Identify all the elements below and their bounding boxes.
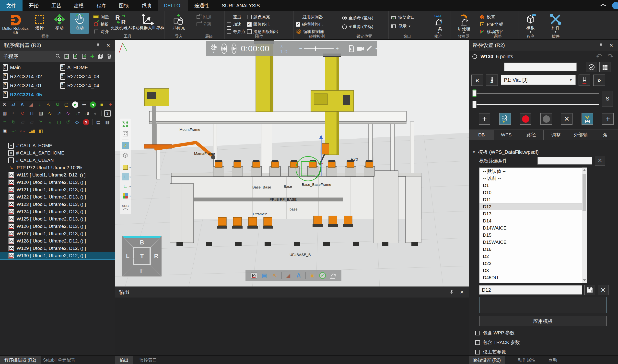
tab-db[interactable]: DB xyxy=(469,130,494,140)
delete-point-button[interactable]: ✕ xyxy=(561,113,573,125)
template-item-selected[interactable]: D12 xyxy=(480,203,582,210)
delete-template-button[interactable]: ✕ xyxy=(598,285,608,295)
world-axis-icon[interactable]: ∟▼ xyxy=(122,182,129,190)
jump-torch-button[interactable] xyxy=(486,75,498,86)
template-item[interactable]: D16 xyxy=(480,246,582,253)
jog-button[interactable]: 点动 xyxy=(70,13,89,34)
torch-to-point-button[interactable] xyxy=(579,75,590,86)
copy-program-icon[interactable] xyxy=(98,53,103,59)
menu-help[interactable]: 帮助 xyxy=(135,0,158,11)
robot-icon[interactable] xyxy=(329,272,337,279)
template-name-input[interactable] xyxy=(479,285,582,295)
undo-icon[interactable]: ↶ xyxy=(596,52,602,61)
template-list[interactable]: -- 默认值 -- -- 以前 -- D1 D10 D11 D12 D13 D1… xyxy=(479,168,582,283)
path-icon[interactable]: ∿ xyxy=(45,102,52,108)
playback-settings-button[interactable]: ▼ xyxy=(210,44,217,53)
statement-row[interactable]: W124 [ Utool1, Uframe2, D13, () ] xyxy=(0,208,115,215)
frame-axis-icon[interactable]: ∟▼ xyxy=(122,173,129,181)
play-button[interactable] xyxy=(232,43,236,54)
pin-icon[interactable] xyxy=(96,43,100,47)
add-point-start-button[interactable]: + xyxy=(479,113,490,125)
collision-ok-icon[interactable]: ✓ xyxy=(319,272,327,279)
program-main[interactable]: MMain xyxy=(3,64,21,71)
viewport-scene[interactable]: MountFrame MamaFrame Base_Base Base Base… xyxy=(115,40,469,286)
frame-box-icon[interactable]: ▣ xyxy=(308,272,316,279)
redo-icon[interactable]: ↷ xyxy=(607,52,614,61)
wireframe-cube-icon[interactable] xyxy=(122,152,129,159)
frame-select-icon[interactable]: ▣ xyxy=(261,272,268,279)
viewport-3d[interactable]: MountFrame MamaFrame Base_Base Base Base… xyxy=(115,40,469,286)
zoom-fit-icon[interactable] xyxy=(122,120,129,128)
stop-on-collision-checkbox[interactable]: ✓碰撞时停止 xyxy=(296,21,324,27)
statistics-icon[interactable]: ▂▅▇ xyxy=(29,128,35,134)
menu-modeling[interactable]: 建模 xyxy=(68,0,90,11)
record-disabled-button[interactable] xyxy=(540,113,552,125)
export-subprogram-icon[interactable]: S xyxy=(104,110,111,117)
paste-check-icon[interactable] xyxy=(64,53,69,59)
scrollbar-thumb[interactable] xyxy=(582,174,586,211)
multi-point-icon[interactable]: ∿ xyxy=(65,110,71,117)
template-button[interactable]: 模板 ▼ xyxy=(521,13,540,34)
close-icon[interactable]: × xyxy=(460,290,464,295)
solid-cube-icon[interactable]: ▼ xyxy=(122,164,129,171)
program-r2zc3214-03[interactable]: SR2ZC3214_03 xyxy=(60,73,99,80)
insert-point-icon[interactable]: ↓ xyxy=(37,102,43,108)
to-world-radio[interactable]: 至世界 (坐标) xyxy=(342,24,373,30)
copy-right-icon[interactable]: ▱ xyxy=(29,119,35,125)
confirm-point-button[interactable] xyxy=(586,62,597,72)
bottom-tab-motion-properties[interactable]: 动作属性 xyxy=(513,356,540,364)
point-name-field[interactable] xyxy=(504,63,577,71)
rgb-cube-icon[interactable]: ▼ xyxy=(122,192,129,199)
template-description-box[interactable] xyxy=(479,297,606,313)
tool-t-icon[interactable]: →T xyxy=(74,110,80,117)
assign-icon[interactable]: = xyxy=(1,119,8,125)
workpiece-frame-icon[interactable]: ▢ xyxy=(63,102,69,108)
folder-icon[interactable]: ▤ xyxy=(38,110,44,117)
path-points-icon[interactable]: ∿ xyxy=(271,272,279,279)
to-reference-radio[interactable]: 至参考 (坐标) xyxy=(342,15,373,21)
delete-program-icon[interactable] xyxy=(107,53,112,59)
acceleration-checkbox[interactable]: 加速 xyxy=(227,21,246,27)
template-item[interactable]: D14 xyxy=(480,217,582,224)
menu-connectivity[interactable]: 连通性 xyxy=(188,0,215,11)
template-filter-input[interactable] xyxy=(537,157,592,165)
menu-delfoi[interactable]: DELFOI xyxy=(158,0,188,11)
statement-row[interactable]: ≡# CALL A_CLEAN xyxy=(0,157,115,164)
search-icon[interactable] xyxy=(55,53,61,59)
calibration-tool-button[interactable]: CAL 工具 ▼ xyxy=(428,13,448,34)
postprocess-button[interactable]: 后处理 ▼ xyxy=(453,13,475,34)
bottom-tab-jog[interactable]: 点动 xyxy=(544,356,562,364)
previous-point-button[interactable]: « xyxy=(471,75,483,86)
signal-out-icon[interactable]: ○→ xyxy=(20,128,26,134)
circular-move-icon[interactable]: ↻ xyxy=(54,102,60,108)
pnp-coordinates-button[interactable]: PnP坐标 xyxy=(479,21,503,27)
video-record-icon[interactable] xyxy=(357,46,364,51)
tab-path[interactable]: 路径 xyxy=(519,130,544,140)
measure-button[interactable]: 测量 xyxy=(93,14,109,20)
template-item[interactable]: D11 xyxy=(480,196,582,203)
enable-detector-checkbox[interactable]: 启用探测器 xyxy=(296,14,324,20)
statement-row[interactable]: W128 [ Utool1, Uframe2, D12, () ] xyxy=(0,237,115,245)
attach-button[interactable]: 附加 xyxy=(195,14,211,20)
path-slider-2[interactable] xyxy=(473,104,599,105)
select-button[interactable]: 选择 xyxy=(30,13,49,34)
restore-window-button[interactable]: ↖ 恢复窗口 xyxy=(391,14,415,21)
program-r2zc3214-05[interactable]: SR2ZC3214_05 xyxy=(3,91,42,98)
template-item[interactable]: D15WAICE xyxy=(480,239,582,246)
text-annotation-icon[interactable]: A xyxy=(295,272,302,279)
template-item[interactable]: D15 xyxy=(480,232,582,239)
path-slider-1[interactable] xyxy=(473,93,599,94)
menu-file[interactable]: 文件 xyxy=(0,0,23,11)
template-list-scrollbar[interactable] xyxy=(582,168,587,283)
jog-statement-icon[interactable]: ⊠ xyxy=(1,102,8,108)
statement-row[interactable]: W122 [ Utool1, Uframe2, D13, () ] xyxy=(0,193,115,201)
gate-icon[interactable]: Π xyxy=(29,110,35,117)
ptp-move-icon[interactable]: ↗ xyxy=(56,110,62,117)
view-cube-top[interactable]: T xyxy=(134,248,150,264)
for-loop-icon[interactable]: ▢ xyxy=(56,119,62,125)
bottom-tab-staubli-config[interactable]: Stäubli 单元配置 xyxy=(39,356,80,364)
pin-icon[interactable] xyxy=(599,43,603,47)
pdf-export-icon[interactable]: A xyxy=(348,45,354,52)
menu-drawing[interactable]: 图纸 xyxy=(113,0,135,11)
template-item[interactable]: D2 xyxy=(480,253,582,260)
